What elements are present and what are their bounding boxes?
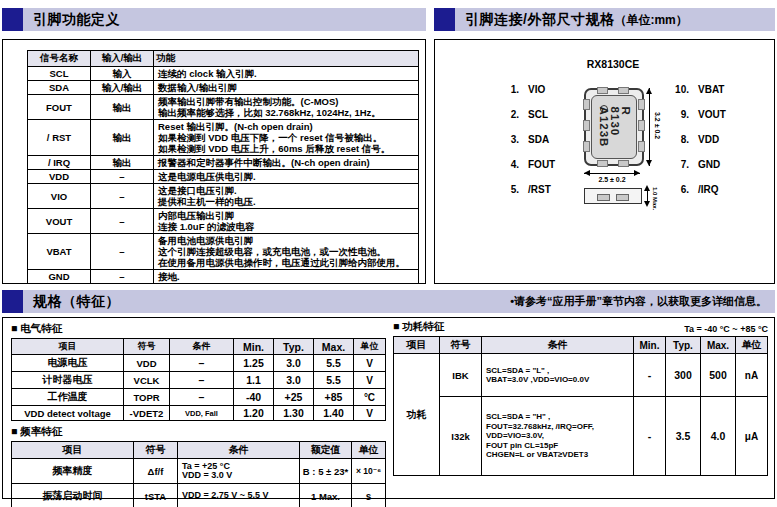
table-row: I32k SCL=SDA = "H" , FOUT=32.768kHz, /IR…	[394, 397, 768, 476]
col-header: Min.	[634, 337, 666, 354]
pin-io: –	[91, 209, 154, 234]
pin-name: SCL	[528, 109, 548, 120]
spec-item: 振荡启动时间	[12, 484, 134, 507]
spec-unit: °C	[354, 389, 386, 406]
pin-connection-header: 引脚连接/外部尺寸规格（单位:mm）	[434, 8, 775, 31]
table-row: VDD – 这是电源电压供电引脚.	[28, 170, 419, 184]
spec-max: 5.5	[314, 372, 354, 389]
col-header: 符号	[134, 442, 178, 459]
specs-header: 规格（特征） •请参考“应用手册”章节内容，以获取更多详细信息。	[2, 290, 775, 313]
pin-signal: / RST	[28, 120, 91, 156]
spec-symbol: Δf/f	[134, 459, 178, 484]
list-item: 6./IRQ	[667, 184, 726, 209]
spec-max: +85	[314, 389, 354, 406]
list-item: 10.VBAT	[667, 84, 726, 109]
pin-number: 3.	[497, 134, 519, 145]
spec-symbol: I32k	[440, 397, 482, 476]
spec-unit: μA	[736, 397, 768, 476]
electrical-table: 项目 符号 条件 Min. Typ. Max. 单位 电源电压 VDD – 1.	[11, 338, 386, 421]
spec-item: 电源电压	[12, 355, 124, 372]
pin-number: 2.	[497, 109, 519, 120]
table-header-row: 项目 符号 条件 Min. Typ. Max. 单位	[394, 337, 768, 354]
pin-function-table: 信号名称 输入/输出 功能 SCL 输入 连续的 clock 输入引脚. SDA	[27, 50, 419, 284]
col-header: 额定值	[300, 442, 352, 459]
dimension-thickness-label: 1.0 Max.	[652, 187, 658, 210]
table-header-row: 项目 符号 条件 额定值 单位	[12, 442, 386, 459]
spec-unit: V	[354, 355, 386, 372]
spec-typ: +25	[274, 389, 314, 406]
col-header: 单位	[736, 337, 768, 354]
chip-pad	[597, 160, 608, 167]
pin-io: –	[91, 234, 154, 270]
spec-unit: s	[352, 484, 386, 507]
table-row: / RST 输出 Reset 输出引脚。(N-ch open drain) 如果…	[28, 120, 419, 156]
pin-func: 这是电源电压供电引脚.	[154, 170, 419, 184]
pin-io: 输出	[91, 120, 154, 156]
col-header: 项目	[12, 339, 124, 355]
frequency-title: ■ 频率特征	[11, 425, 387, 439]
pin-connection-unit: （单位:mm）	[614, 13, 687, 27]
spec-condition: VDD, Fall	[170, 406, 234, 421]
pin-io: 输出	[91, 95, 154, 120]
spec-typ: 300	[666, 354, 701, 397]
pin-function-box: 信号名称 输入/输出 功能 SCL 输入 连续的 clock 输入引脚. SDA	[2, 39, 426, 284]
col-header: 符号	[440, 337, 482, 354]
pin-function-header-bar: 引脚功能定义	[23, 8, 426, 31]
pin-name: VDD	[698, 134, 719, 145]
chip-pad	[583, 99, 590, 110]
chip-pad	[583, 120, 590, 131]
spec-condition: Ta = +25 °C VDD = 3.0 V	[178, 459, 300, 484]
pin-signal: SDA	[28, 81, 91, 95]
arrow-icon	[646, 160, 652, 166]
spec-typ: 3.0	[274, 372, 314, 389]
spec-item: 计时器电压	[12, 372, 124, 389]
dimension-width-label: 2.5 ± 0.2	[584, 176, 640, 183]
dimension-height-label: 3.2 ± 0.2	[654, 112, 661, 139]
col-header-signal: 信号名称	[28, 51, 91, 67]
table-row: VOUT – 内部电压输出引脚 连接 1.0uF 的滤波电容	[28, 209, 419, 234]
spec-condition: SCL=SDA = "L" , VBAT=3.0V ,VDD=VIO=0.0V	[482, 354, 634, 397]
chip-pad	[618, 87, 629, 94]
list-item: 9.VOUT	[667, 109, 726, 134]
list-item: 8.VDD	[667, 134, 726, 159]
col-header: 单位	[352, 442, 386, 459]
col-header: Min.	[234, 339, 274, 355]
list-item: 3.SDA	[497, 134, 555, 159]
spec-max: 5.5	[314, 355, 354, 372]
spec-item: 工作温度	[12, 389, 124, 406]
pin-number: 10.	[667, 84, 689, 95]
table-row: FOUT 输出 频率输出引脚带有输出控制功能。(C-MOS) 输出频率能够选择，…	[28, 95, 419, 120]
specs-title: 规格（特征）	[33, 293, 120, 311]
chip-package-side-view	[584, 188, 642, 204]
chip-pad	[618, 160, 629, 167]
pin-name: FOUT	[528, 159, 555, 170]
table-row: VDD detect voltage -VDET2 VDD, Fall 1.20…	[12, 406, 386, 421]
spec-condition: –	[170, 389, 234, 406]
spec-item: VDD detect voltage	[12, 406, 124, 421]
spec-condition: –	[170, 372, 234, 389]
pin-func: 备用电池电源供电引脚 这个引脚连接超级电容，或充电电池，或一次性电池。 在使用备…	[154, 234, 419, 270]
table-row: VBAT – 备用电池电源供电引脚 这个引脚连接超级电容，或充电电池，或一次性电…	[28, 234, 419, 270]
pin-signal: VBAT	[28, 234, 91, 270]
chip-package-top-view: R 8130 A123B	[584, 88, 644, 166]
list-item: 4.FOUT	[497, 159, 555, 184]
pin-func: 内部电压输出引脚 连接 1.0uF 的滤波电容	[154, 209, 419, 234]
pin-signal: VOUT	[28, 209, 91, 234]
table-row: SDA 输入/输出 数据输入/输出引脚	[28, 81, 419, 95]
power-title: ■ 功耗特征	[393, 320, 444, 334]
pin-connection-box: RX8130CE 1.VIO 2.SCL 3.SDA 4.FOUT 5./RST…	[434, 39, 775, 284]
spec-symbol: IBK	[440, 354, 482, 397]
header-square-icon	[434, 8, 455, 31]
arrow-icon	[644, 185, 650, 191]
pin-func: 数据输入/输出引脚	[154, 81, 419, 95]
dimension-line-horizontal	[584, 173, 640, 174]
col-header: Typ.	[274, 339, 314, 355]
pin-name: VOUT	[698, 109, 726, 120]
spec-rated-value: B : 5 ± 23*	[300, 459, 352, 484]
pin-io: –	[91, 270, 154, 284]
pin-signal: FOUT	[28, 95, 91, 120]
spec-min: -	[634, 397, 666, 476]
chip-body: R 8130 A123B	[591, 95, 637, 159]
col-header: Typ.	[666, 337, 701, 354]
part-number: RX8130CE	[577, 58, 649, 70]
